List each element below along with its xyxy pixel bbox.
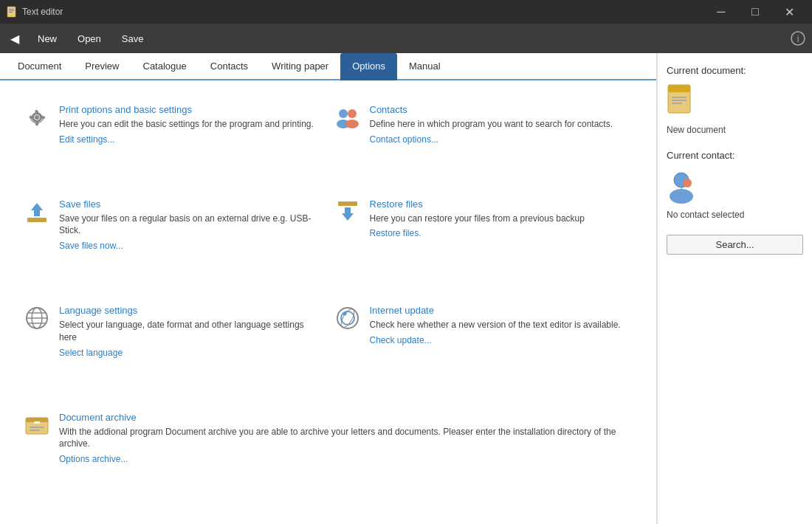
content-panel: Document Preview Catalogue Contacts Writ… (0, 53, 657, 524)
options-content: Print options and basic settings Here yo… (0, 80, 656, 524)
svg-rect-42 (672, 97, 687, 98)
no-contact-label: No contact selected (667, 210, 803, 220)
open-button[interactable]: Open (68, 27, 111, 49)
toolbar: ◀ New Open Save i (0, 24, 812, 53)
search-button[interactable]: Search... (667, 235, 803, 255)
app-icon (6, 6, 18, 18)
option-print-title[interactable]: Print options and basic settings (59, 104, 314, 115)
option-archive: Document archive With the addional progr… (18, 403, 639, 509)
option-update-body: Internet update Check here whether a new… (370, 305, 621, 345)
svg-rect-2 (9, 10, 14, 11)
current-contact-title: Current contact: (667, 150, 803, 161)
option-update-desc: Check here whether a new version of the … (370, 319, 621, 331)
svg-point-33 (349, 311, 351, 314)
svg-rect-44 (672, 103, 682, 104)
option-save-link[interactable]: Save files now... (59, 241, 123, 251)
svg-point-46 (670, 189, 693, 204)
svg-rect-38 (30, 427, 44, 428)
main-area: Document Preview Catalogue Contacts Writ… (0, 53, 812, 524)
window-controls: ─ □ ✕ (704, 0, 806, 24)
option-print: Print options and basic settings Here yo… (18, 95, 328, 190)
tab-options[interactable]: Options (340, 53, 397, 80)
option-contacts-link[interactable]: Contact options... (370, 134, 438, 145)
update-icon (334, 305, 361, 331)
option-archive-title[interactable]: Document archive (59, 412, 627, 423)
option-language: Language settings Select your language, … (18, 296, 328, 402)
option-archive-desc: With the addional program Document archi… (59, 426, 627, 451)
tab-preview[interactable]: Preview (73, 53, 131, 80)
save-button[interactable]: Save (112, 27, 154, 49)
option-archive-link[interactable]: Options archive... (59, 454, 128, 464)
close-button[interactable]: ✕ (772, 0, 806, 24)
restore-icon (334, 199, 361, 225)
back-button[interactable]: ◀ (3, 27, 27, 49)
option-restore-desc: Here you can restore your files from a p… (370, 213, 585, 225)
svg-rect-1 (9, 9, 14, 10)
svg-rect-43 (672, 100, 687, 101)
tab-writingpaper[interactable]: Writing paper (260, 53, 340, 80)
svg-rect-22 (27, 218, 47, 222)
document-icon (667, 83, 696, 119)
svg-point-49 (683, 179, 692, 187)
option-save-body: Save files Save your files on a regular … (59, 199, 317, 252)
tab-catalogue[interactable]: Catalogue (131, 53, 199, 80)
title-bar: Text editor ─ □ ✕ (0, 0, 812, 24)
info-button[interactable]: i (787, 27, 809, 49)
svg-point-8 (35, 115, 39, 120)
svg-marker-21 (31, 203, 43, 216)
option-archive-body: Document archive With the addional progr… (59, 412, 627, 465)
option-update-link[interactable]: Check update... (370, 335, 432, 345)
svg-text:i: i (797, 34, 799, 44)
option-save-desc: Save your files on a regular basis on an… (59, 213, 317, 238)
option-save-title[interactable]: Save files (59, 199, 317, 210)
language-icon (24, 305, 50, 331)
svg-rect-3 (9, 12, 13, 13)
option-contacts-body: Contacts Define here in which program yo… (370, 104, 613, 145)
minimize-button[interactable]: ─ (704, 0, 738, 24)
current-document-title: Current document: (667, 65, 803, 76)
option-language-desc: Select your language, date format and ot… (59, 319, 317, 344)
option-print-link[interactable]: Edit settings... (59, 134, 114, 145)
option-restore-link[interactable]: Restore files. (370, 228, 422, 238)
option-restore-title[interactable]: Restore files (370, 199, 585, 210)
svg-point-18 (348, 109, 357, 118)
option-language-body: Language settings Select your language, … (59, 305, 317, 358)
option-restore-body: Restore files Here you can restore your … (370, 199, 585, 239)
gear-icon (24, 104, 50, 131)
tab-manual[interactable]: Manual (397, 53, 453, 80)
svg-marker-23 (342, 207, 354, 221)
option-save: Save files Save your files on a regular … (18, 190, 328, 296)
contact-icon (667, 168, 696, 204)
tab-contacts[interactable]: Contacts (199, 53, 260, 80)
option-restore: Restore files Here you can restore your … (328, 190, 639, 296)
info-icon: i (791, 31, 805, 46)
contacts-icon (334, 104, 361, 131)
option-update-title[interactable]: Internet update (370, 305, 621, 316)
svg-point-17 (339, 109, 348, 118)
option-contacts-desc: Define here in which program you want to… (370, 118, 613, 131)
svg-point-20 (345, 120, 359, 128)
svg-rect-39 (30, 430, 40, 431)
current-document-name: New document (667, 125, 803, 135)
app-title: Text editor (22, 7, 704, 17)
archive-icon (24, 412, 50, 438)
option-contacts: Contacts Define here in which program yo… (328, 95, 639, 190)
new-button[interactable]: New (28, 27, 66, 49)
svg-rect-37 (34, 421, 40, 424)
tab-bar: Document Preview Catalogue Contacts Writ… (0, 53, 656, 80)
save-icon (24, 199, 50, 225)
maximize-button[interactable]: □ (738, 0, 772, 24)
option-language-link[interactable]: Select language (59, 348, 123, 358)
svg-rect-41 (668, 85, 690, 92)
tab-document[interactable]: Document (6, 53, 73, 80)
svg-rect-24 (338, 201, 357, 206)
option-print-body: Print options and basic settings Here yo… (59, 104, 314, 145)
option-print-desc: Here you can edit the basic settings for… (59, 118, 314, 131)
option-contacts-title[interactable]: Contacts (370, 104, 613, 115)
option-language-title[interactable]: Language settings (59, 305, 317, 316)
option-update: Internet update Check here whether a new… (328, 296, 639, 402)
right-sidebar: Current document: New document Current c… (657, 53, 812, 524)
